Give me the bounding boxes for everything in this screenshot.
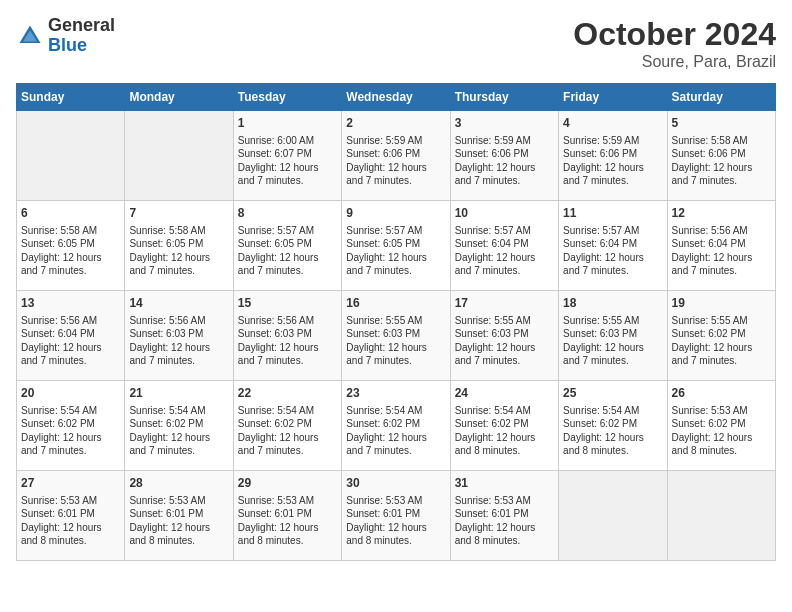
- month-title: October 2024: [573, 16, 776, 53]
- cell-content: Sunrise: 5:53 AM Sunset: 6:01 PM Dayligh…: [21, 494, 120, 548]
- logo-icon: [16, 22, 44, 50]
- day-number: 11: [563, 205, 662, 222]
- cell-content: Sunrise: 5:54 AM Sunset: 6:02 PM Dayligh…: [346, 404, 445, 458]
- day-number: 8: [238, 205, 337, 222]
- day-number: 30: [346, 475, 445, 492]
- cell-content: Sunrise: 5:57 AM Sunset: 6:04 PM Dayligh…: [455, 224, 554, 278]
- day-number: 2: [346, 115, 445, 132]
- header-tuesday: Tuesday: [233, 84, 341, 111]
- day-number: 19: [672, 295, 771, 312]
- calendar-cell: 30Sunrise: 5:53 AM Sunset: 6:01 PM Dayli…: [342, 471, 450, 561]
- calendar-cell: 9Sunrise: 5:57 AM Sunset: 6:05 PM Daylig…: [342, 201, 450, 291]
- cell-content: Sunrise: 5:53 AM Sunset: 6:02 PM Dayligh…: [672, 404, 771, 458]
- cell-content: Sunrise: 5:55 AM Sunset: 6:03 PM Dayligh…: [346, 314, 445, 368]
- day-number: 13: [21, 295, 120, 312]
- cell-content: Sunrise: 5:56 AM Sunset: 6:03 PM Dayligh…: [129, 314, 228, 368]
- calendar-cell: 13Sunrise: 5:56 AM Sunset: 6:04 PM Dayli…: [17, 291, 125, 381]
- cell-content: Sunrise: 5:57 AM Sunset: 6:05 PM Dayligh…: [346, 224, 445, 278]
- calendar-cell: 5Sunrise: 5:58 AM Sunset: 6:06 PM Daylig…: [667, 111, 775, 201]
- calendar-cell: 19Sunrise: 5:55 AM Sunset: 6:02 PM Dayli…: [667, 291, 775, 381]
- cell-content: Sunrise: 5:58 AM Sunset: 6:05 PM Dayligh…: [129, 224, 228, 278]
- cell-content: Sunrise: 5:54 AM Sunset: 6:02 PM Dayligh…: [563, 404, 662, 458]
- cell-content: Sunrise: 5:56 AM Sunset: 6:03 PM Dayligh…: [238, 314, 337, 368]
- cell-content: Sunrise: 5:58 AM Sunset: 6:06 PM Dayligh…: [672, 134, 771, 188]
- calendar-cell: 8Sunrise: 5:57 AM Sunset: 6:05 PM Daylig…: [233, 201, 341, 291]
- calendar-cell: 24Sunrise: 5:54 AM Sunset: 6:02 PM Dayli…: [450, 381, 558, 471]
- calendar-cell: 6Sunrise: 5:58 AM Sunset: 6:05 PM Daylig…: [17, 201, 125, 291]
- calendar-cell: [125, 111, 233, 201]
- cell-content: Sunrise: 5:56 AM Sunset: 6:04 PM Dayligh…: [21, 314, 120, 368]
- calendar-cell: 15Sunrise: 5:56 AM Sunset: 6:03 PM Dayli…: [233, 291, 341, 381]
- calendar-cell: 20Sunrise: 5:54 AM Sunset: 6:02 PM Dayli…: [17, 381, 125, 471]
- header-wednesday: Wednesday: [342, 84, 450, 111]
- cell-content: Sunrise: 5:53 AM Sunset: 6:01 PM Dayligh…: [129, 494, 228, 548]
- day-number: 14: [129, 295, 228, 312]
- calendar-week-5: 27Sunrise: 5:53 AM Sunset: 6:01 PM Dayli…: [17, 471, 776, 561]
- cell-content: Sunrise: 5:56 AM Sunset: 6:04 PM Dayligh…: [672, 224, 771, 278]
- cell-content: Sunrise: 5:55 AM Sunset: 6:03 PM Dayligh…: [455, 314, 554, 368]
- calendar-cell: 11Sunrise: 5:57 AM Sunset: 6:04 PM Dayli…: [559, 201, 667, 291]
- day-number: 22: [238, 385, 337, 402]
- day-number: 27: [21, 475, 120, 492]
- calendar-cell: 2Sunrise: 5:59 AM Sunset: 6:06 PM Daylig…: [342, 111, 450, 201]
- calendar-week-2: 6Sunrise: 5:58 AM Sunset: 6:05 PM Daylig…: [17, 201, 776, 291]
- cell-content: Sunrise: 5:54 AM Sunset: 6:02 PM Dayligh…: [21, 404, 120, 458]
- cell-content: Sunrise: 5:55 AM Sunset: 6:03 PM Dayligh…: [563, 314, 662, 368]
- calendar-cell: [559, 471, 667, 561]
- cell-content: Sunrise: 5:59 AM Sunset: 6:06 PM Dayligh…: [455, 134, 554, 188]
- cell-content: Sunrise: 5:57 AM Sunset: 6:04 PM Dayligh…: [563, 224, 662, 278]
- day-number: 4: [563, 115, 662, 132]
- day-number: 28: [129, 475, 228, 492]
- calendar-cell: 17Sunrise: 5:55 AM Sunset: 6:03 PM Dayli…: [450, 291, 558, 381]
- cell-content: Sunrise: 5:58 AM Sunset: 6:05 PM Dayligh…: [21, 224, 120, 278]
- day-number: 5: [672, 115, 771, 132]
- logo-text: General Blue: [48, 16, 115, 56]
- header-friday: Friday: [559, 84, 667, 111]
- weekday-header-row: Sunday Monday Tuesday Wednesday Thursday…: [17, 84, 776, 111]
- day-number: 17: [455, 295, 554, 312]
- calendar-cell: 1Sunrise: 6:00 AM Sunset: 6:07 PM Daylig…: [233, 111, 341, 201]
- day-number: 9: [346, 205, 445, 222]
- header-thursday: Thursday: [450, 84, 558, 111]
- day-number: 1: [238, 115, 337, 132]
- calendar-cell: 29Sunrise: 5:53 AM Sunset: 6:01 PM Dayli…: [233, 471, 341, 561]
- calendar-table: Sunday Monday Tuesday Wednesday Thursday…: [16, 83, 776, 561]
- calendar-cell: 21Sunrise: 5:54 AM Sunset: 6:02 PM Dayli…: [125, 381, 233, 471]
- cell-content: Sunrise: 5:53 AM Sunset: 6:01 PM Dayligh…: [346, 494, 445, 548]
- cell-content: Sunrise: 5:53 AM Sunset: 6:01 PM Dayligh…: [455, 494, 554, 548]
- calendar-cell: 22Sunrise: 5:54 AM Sunset: 6:02 PM Dayli…: [233, 381, 341, 471]
- calendar-cell: 31Sunrise: 5:53 AM Sunset: 6:01 PM Dayli…: [450, 471, 558, 561]
- calendar-cell: [17, 111, 125, 201]
- cell-content: Sunrise: 6:00 AM Sunset: 6:07 PM Dayligh…: [238, 134, 337, 188]
- cell-content: Sunrise: 5:59 AM Sunset: 6:06 PM Dayligh…: [563, 134, 662, 188]
- cell-content: Sunrise: 5:54 AM Sunset: 6:02 PM Dayligh…: [129, 404, 228, 458]
- calendar-cell: 14Sunrise: 5:56 AM Sunset: 6:03 PM Dayli…: [125, 291, 233, 381]
- calendar-cell: 4Sunrise: 5:59 AM Sunset: 6:06 PM Daylig…: [559, 111, 667, 201]
- calendar-cell: 23Sunrise: 5:54 AM Sunset: 6:02 PM Dayli…: [342, 381, 450, 471]
- title-section: October 2024 Soure, Para, Brazil: [573, 16, 776, 71]
- calendar-body: 1Sunrise: 6:00 AM Sunset: 6:07 PM Daylig…: [17, 111, 776, 561]
- page-container: General Blue October 2024 Soure, Para, B…: [16, 16, 776, 561]
- cell-content: Sunrise: 5:54 AM Sunset: 6:02 PM Dayligh…: [455, 404, 554, 458]
- cell-content: Sunrise: 5:55 AM Sunset: 6:02 PM Dayligh…: [672, 314, 771, 368]
- header-saturday: Saturday: [667, 84, 775, 111]
- day-number: 7: [129, 205, 228, 222]
- calendar-cell: 18Sunrise: 5:55 AM Sunset: 6:03 PM Dayli…: [559, 291, 667, 381]
- calendar-cell: 28Sunrise: 5:53 AM Sunset: 6:01 PM Dayli…: [125, 471, 233, 561]
- calendar-week-3: 13Sunrise: 5:56 AM Sunset: 6:04 PM Dayli…: [17, 291, 776, 381]
- cell-content: Sunrise: 5:57 AM Sunset: 6:05 PM Dayligh…: [238, 224, 337, 278]
- day-number: 15: [238, 295, 337, 312]
- calendar-cell: 25Sunrise: 5:54 AM Sunset: 6:02 PM Dayli…: [559, 381, 667, 471]
- day-number: 24: [455, 385, 554, 402]
- logo-blue: Blue: [48, 35, 87, 55]
- logo-general: General: [48, 15, 115, 35]
- calendar-cell: 16Sunrise: 5:55 AM Sunset: 6:03 PM Dayli…: [342, 291, 450, 381]
- calendar-cell: 3Sunrise: 5:59 AM Sunset: 6:06 PM Daylig…: [450, 111, 558, 201]
- header: General Blue October 2024 Soure, Para, B…: [16, 16, 776, 71]
- day-number: 21: [129, 385, 228, 402]
- location-subtitle: Soure, Para, Brazil: [573, 53, 776, 71]
- calendar-cell: 26Sunrise: 5:53 AM Sunset: 6:02 PM Dayli…: [667, 381, 775, 471]
- cell-content: Sunrise: 5:59 AM Sunset: 6:06 PM Dayligh…: [346, 134, 445, 188]
- day-number: 25: [563, 385, 662, 402]
- calendar-week-1: 1Sunrise: 6:00 AM Sunset: 6:07 PM Daylig…: [17, 111, 776, 201]
